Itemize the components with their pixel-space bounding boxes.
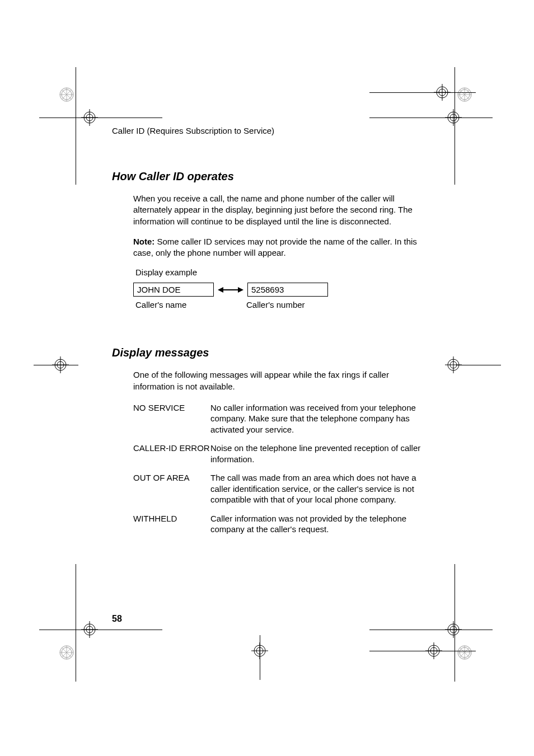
- callers-name-label: Caller's name: [135, 300, 216, 309]
- display-example-row: JOHN DOE 5258693: [133, 283, 425, 297]
- print-mark-line: [455, 67, 455, 185]
- display-example-label: Display example: [135, 267, 425, 277]
- print-mark-line: [260, 635, 260, 680]
- msg-key: CALLER-ID ERROR: [133, 443, 210, 464]
- print-mark-line: [39, 630, 162, 630]
- msg-description: Caller information was not provided by t…: [210, 513, 425, 535]
- msg-key: WITHHELD: [133, 513, 210, 535]
- print-mark-line: [456, 365, 501, 365]
- print-mark-line: [39, 118, 162, 118]
- table-row: WITHHELD Caller information was not prov…: [133, 513, 425, 535]
- display-example-sublabels: Caller's name Caller's number: [135, 300, 425, 309]
- double-arrow-icon: [214, 286, 247, 294]
- running-head: Caller ID (Requires Subscription to Serv…: [112, 126, 425, 135]
- print-mark-star-icon: [59, 87, 74, 102]
- print-mark-star-icon: [457, 645, 472, 660]
- msg-description: Noise on the telephone line prevented re…: [210, 443, 425, 464]
- msg-description: The call was made from an area which doe…: [210, 472, 425, 505]
- svg-marker-61: [218, 287, 223, 293]
- print-mark-line: [369, 92, 476, 93]
- print-mark-line: [369, 118, 493, 118]
- note-text: Some caller ID services may not provide …: [133, 237, 417, 257]
- callers-number-label: Caller's number: [246, 300, 305, 309]
- print-mark-star-icon: [59, 645, 74, 660]
- table-row: NO SERVICE No caller information was rec…: [133, 402, 425, 435]
- print-mark-line: [369, 630, 493, 630]
- print-mark-star-icon: [457, 87, 472, 102]
- msg-key: NO SERVICE: [133, 402, 210, 435]
- svg-marker-62: [238, 287, 243, 293]
- msg-description: No caller information was received from …: [210, 402, 425, 435]
- msg-key: OUT OF AREA: [133, 472, 210, 505]
- display-box-number: 5258693: [247, 283, 328, 297]
- display-messages-table: NO SERVICE No caller information was rec…: [133, 402, 425, 535]
- display-box-name: JOHN DOE: [133, 283, 214, 297]
- section2-intro: One of the following messages will appea…: [133, 369, 425, 392]
- print-mark-line: [76, 67, 76, 185]
- section-title-how-caller-id: How Caller ID operates: [112, 170, 425, 183]
- print-mark-line: [76, 564, 76, 682]
- section1-paragraph: When you receive a call, the name and ph…: [133, 193, 425, 227]
- print-mark-line: [369, 651, 476, 651]
- note-label: Note:: [133, 237, 154, 246]
- table-row: OUT OF AREA The call was made from an ar…: [133, 472, 425, 505]
- print-mark-line: [34, 365, 78, 365]
- table-row: CALLER-ID ERROR Noise on the telephone l…: [133, 443, 425, 464]
- section1-note: Note: Some caller ID services may not pr…: [133, 236, 425, 259]
- section-title-display-messages: Display messages: [112, 346, 425, 359]
- page-number: 58: [112, 614, 122, 624]
- print-mark-line: [455, 564, 455, 682]
